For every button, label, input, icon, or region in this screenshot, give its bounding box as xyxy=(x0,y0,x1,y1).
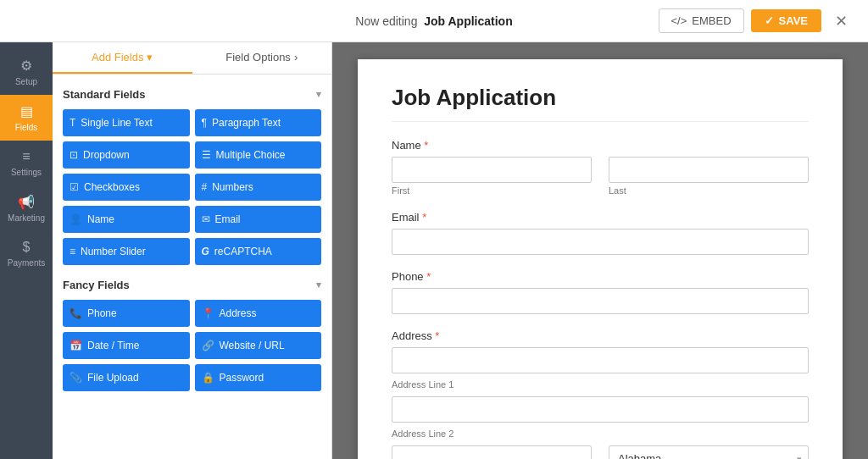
state-select[interactable]: Alabama Alaska Arizona Arkansas Californ… xyxy=(609,445,809,459)
sidebar-item-payments-label: Payments xyxy=(8,258,45,268)
field-btn-checkboxes[interactable]: ☑ Checkboxes xyxy=(63,174,190,201)
email-input[interactable] xyxy=(392,229,809,255)
standard-fields-title: Standard Fields xyxy=(63,88,146,101)
fields-scroll: Standard Fields ▾ T Single Line Text ¶ P… xyxy=(53,75,331,459)
last-name-sublabel: Last xyxy=(609,185,809,196)
number-slider-label: Number Slider xyxy=(81,246,146,257)
field-btn-dropdown[interactable]: ⊡ Dropdown xyxy=(63,141,190,169)
standard-fields-header: Standard Fields ▾ xyxy=(63,88,321,101)
tab-field-options[interactable]: Field Options › xyxy=(192,42,332,74)
first-name-input[interactable] xyxy=(392,157,592,183)
top-bar-actions: </> EMBED ✓ SAVE ✕ xyxy=(659,8,854,34)
dropdown-icon: ⊡ xyxy=(70,149,78,161)
sidebar-item-setup[interactable]: ⚙ Setup xyxy=(0,49,53,95)
marketing-icon: 📢 xyxy=(18,194,35,210)
first-name-sublabel: First xyxy=(392,185,592,196)
form-preview-container: Job Application Name * First Last xyxy=(332,42,868,459)
password-label: Password xyxy=(220,372,264,384)
single-line-text-label: Single Line Text xyxy=(81,117,153,129)
phone-field-group-label: Phone * xyxy=(392,270,809,283)
sidebar-item-marketing[interactable]: 📢 Marketing xyxy=(0,185,53,231)
multiple-choice-icon: ☰ xyxy=(202,149,211,161)
address-field-group-label: Address * xyxy=(392,329,809,342)
name-icon: 👤 xyxy=(70,213,82,225)
settings-icon: ≡ xyxy=(22,149,30,164)
field-group-name: Name * First Last xyxy=(392,139,809,196)
close-button[interactable]: ✕ xyxy=(828,8,854,34)
checkboxes-label: Checkboxes xyxy=(84,181,140,193)
field-btn-name[interactable]: 👤 Name xyxy=(63,206,190,233)
state-select-wrapper: Alabama Alaska Arizona Arkansas Californ… xyxy=(609,445,809,459)
field-btn-numbers[interactable]: # Numbers xyxy=(195,174,322,201)
embed-button[interactable]: </> EMBED xyxy=(659,8,744,33)
field-group-phone: Phone * xyxy=(392,270,809,314)
recaptcha-icon: G xyxy=(202,246,209,257)
field-btn-multiple-choice[interactable]: ☰ Multiple Choice xyxy=(195,141,322,169)
field-btn-phone[interactable]: 📞 Phone xyxy=(63,300,190,327)
field-btn-date-time[interactable]: 📅 Date / Time xyxy=(63,332,190,359)
tab-add-fields-label: Add Fields xyxy=(92,51,143,64)
file-upload-label: File Upload xyxy=(87,372,139,384)
date-time-icon: 📅 xyxy=(70,340,82,351)
checkboxes-icon: ☑ xyxy=(70,181,79,193)
password-icon: 🔒 xyxy=(202,372,214,384)
file-upload-icon: 📎 xyxy=(70,372,82,384)
address-line1-sublabel: Address Line 1 xyxy=(392,379,809,390)
email-field-label: Email xyxy=(215,213,241,225)
save-icon: ✓ xyxy=(765,14,774,27)
sidebar-item-marketing-label: Marketing xyxy=(8,213,45,223)
numbers-icon: # xyxy=(202,181,208,193)
top-bar: Now editing Job Application </> EMBED ✓ … xyxy=(0,0,868,42)
fancy-fields-header: Fancy Fields ▾ xyxy=(63,279,321,291)
name-required-marker: * xyxy=(424,139,428,152)
sidebar-item-settings[interactable]: ≡ Settings xyxy=(0,141,53,185)
form-title: Job Application xyxy=(392,85,809,122)
form-page: Job Application Name * First Last xyxy=(358,59,843,459)
field-btn-recaptcha[interactable]: G reCAPTCHA xyxy=(195,238,322,265)
address-city-state-row: City Alabama Alaska Arizona Arkansas Cal… xyxy=(392,445,809,459)
setup-icon: ⚙ xyxy=(20,58,32,74)
standard-fields-grid: T Single Line Text ¶ Paragraph Text ⊡ Dr… xyxy=(63,109,321,265)
city-input[interactable] xyxy=(392,445,592,459)
number-slider-icon: ≡ xyxy=(70,246,75,257)
field-btn-paragraph-text[interactable]: ¶ Paragraph Text xyxy=(195,109,322,136)
address-field-label: Address xyxy=(220,307,257,319)
form-name-label: Job Application xyxy=(424,14,512,28)
address-line2-input[interactable] xyxy=(392,396,809,423)
embed-icon: </> xyxy=(671,14,687,27)
phone-required-marker: * xyxy=(426,270,431,283)
tab-add-fields[interactable]: Add Fields ▾ xyxy=(53,42,192,74)
name-field-group-label: Name * xyxy=(392,139,809,152)
sidebar: ⚙ Setup ▤ Fields ≡ Settings 📢 Marketing … xyxy=(0,42,53,459)
tab-field-options-label: Field Options xyxy=(225,51,291,64)
recaptcha-label: reCAPTCHA xyxy=(214,246,272,257)
name-row: First Last xyxy=(392,157,809,196)
phone-input[interactable] xyxy=(392,288,809,314)
email-icon: ✉ xyxy=(202,213,210,225)
multiple-choice-label: Multiple Choice xyxy=(216,149,286,161)
field-group-email: Email * xyxy=(392,211,809,255)
field-btn-number-slider[interactable]: ≡ Number Slider xyxy=(63,238,190,265)
address-line2-sublabel: Address Line 2 xyxy=(392,429,809,439)
last-name-input[interactable] xyxy=(609,157,809,183)
paragraph-text-label: Paragraph Text xyxy=(212,117,281,129)
email-field-group-label: Email * xyxy=(392,211,809,224)
field-btn-file-upload[interactable]: 📎 File Upload xyxy=(63,364,190,391)
field-btn-email[interactable]: ✉ Email xyxy=(195,206,322,233)
website-url-label: Website / URL xyxy=(220,340,285,351)
city-col: City xyxy=(392,445,592,459)
sidebar-item-fields[interactable]: ▤ Fields xyxy=(0,95,53,141)
field-btn-password[interactable]: 🔒 Password xyxy=(195,364,322,391)
sidebar-item-payments[interactable]: $ Payments xyxy=(0,231,53,276)
field-btn-single-line-text[interactable]: T Single Line Text xyxy=(63,109,190,136)
first-name-col: First xyxy=(392,157,592,196)
form-preview-wrapper: Job Application Name * First Last xyxy=(332,42,868,459)
address-line1-input[interactable] xyxy=(392,347,809,373)
save-button[interactable]: ✓ SAVE xyxy=(751,9,821,32)
fields-tabs: Add Fields ▾ Field Options › xyxy=(53,42,331,75)
paragraph-text-icon: ¶ xyxy=(202,117,207,129)
field-btn-address[interactable]: 📍 Address xyxy=(195,300,322,327)
fancy-fields-grid: 📞 Phone 📍 Address 📅 Date / Time 🔗 Websit… xyxy=(63,300,321,391)
field-btn-website-url[interactable]: 🔗 Website / URL xyxy=(195,332,322,359)
fancy-fields-chevron: ▾ xyxy=(316,279,321,290)
